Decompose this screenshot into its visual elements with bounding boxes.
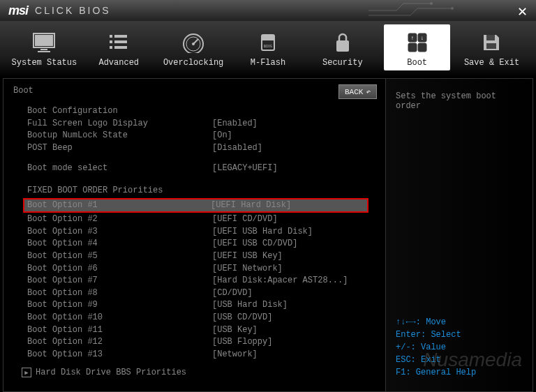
svg-rect-9 (114, 40, 127, 43)
main-nav: System Status Advanced Overclocking BIOS… (0, 21, 536, 77)
list-icon (86, 30, 152, 55)
row-boot-mode[interactable]: Boot mode select [LEGACY+UEFI] (13, 163, 375, 175)
gauge-icon (161, 30, 227, 55)
nav-security[interactable]: Security (309, 30, 375, 68)
setting-label: Boot Option #6 (27, 264, 212, 275)
hotkey-exit: ESC: Exit (396, 354, 523, 366)
setting-label: Boot Option #7 (27, 276, 212, 287)
chip-icon: BIOS (234, 30, 301, 55)
setting-label: Boot mode select (27, 163, 212, 174)
setting-label: Full Screen Logo Display (27, 119, 212, 130)
nav-overclocking[interactable]: Overclocking (161, 30, 227, 68)
nav-label: Save & Exit (459, 58, 525, 68)
save-icon (459, 30, 525, 55)
svg-rect-16 (262, 35, 274, 40)
setting-value: [UEFI USB Key] (212, 251, 283, 262)
hotkey-help: F1: General Help (396, 366, 523, 379)
svg-rect-3 (35, 35, 53, 46)
monitor-icon (11, 30, 77, 55)
hotkey-move: ↑↓←→: Move (396, 316, 523, 329)
setting-value: [On] (212, 130, 232, 142)
nav-label: Boot (384, 58, 450, 68)
row-boot-option-4[interactable]: Boot Option #4[UEFI USB CD/DVD] (13, 238, 375, 250)
setting-value: [UEFI Network] (212, 264, 283, 275)
setting-label: Boot Option #2 (27, 214, 212, 225)
svg-text:↑: ↑ (410, 35, 414, 41)
setting-value: [USB Key] (212, 325, 258, 336)
row-boot-option-2[interactable]: Boot Option #2[UEFI CD/DVD] (13, 213, 375, 226)
nav-save-exit[interactable]: Save & Exit (459, 30, 525, 68)
title-bar: msi CLICK BIOS ✕ (0, 0, 536, 21)
setting-value: [USB Floppy] (212, 337, 272, 348)
hotkey-value: +/-: Value (396, 341, 523, 354)
setting-value: [CD/DVD] (212, 288, 253, 299)
svg-point-1 (451, 7, 454, 10)
nav-mflash[interactable]: BIOS M-Flash (234, 30, 301, 68)
row-boot-option-12[interactable]: Boot Option #12[USB Floppy] (13, 336, 375, 349)
setting-label: Boot Option #5 (27, 251, 212, 262)
hotkey-select: Enter: Select (396, 329, 523, 341)
nav-label: Security (309, 58, 375, 68)
group-boot-config: Boot Configuration (13, 105, 375, 118)
nav-label: M-Flash (234, 58, 301, 68)
svg-rect-7 (114, 35, 127, 38)
row-full-screen-logo[interactable]: Full Screen Logo Display [Enabled] (13, 118, 375, 130)
setting-label: Bootup NumLock State (27, 130, 212, 142)
setting-value: [Hard Disk:Apacer AST28...] (212, 276, 348, 287)
svg-point-14 (192, 43, 195, 45)
row-numlock[interactable]: Bootup NumLock State [On] (13, 130, 375, 142)
side-panel: Sets the system boot order ↑↓←→: Move En… (386, 79, 533, 391)
nav-boot[interactable]: ↑↓ Boot (384, 24, 450, 70)
setting-label: Boot Option #9 (27, 300, 212, 311)
row-boot-option-5[interactable]: Boot Option #5[UEFI USB Key] (13, 250, 375, 263)
help-description: Sets the system boot order (396, 91, 523, 111)
svg-rect-21 (408, 43, 417, 52)
setting-label: Boot Option #8 (27, 288, 212, 299)
setting-label: Boot Option #4 (27, 239, 212, 250)
row-boot-option-1[interactable]: Boot Option #1[UEFI Hard Disk] (23, 198, 368, 213)
close-icon[interactable]: ✕ (517, 4, 528, 20)
nav-label: System Status (11, 58, 77, 68)
row-boot-option-10[interactable]: Boot Option #10[USB CD/DVD] (13, 312, 375, 324)
main-panel: BACK ↶ Boot Boot Configuration Full Scre… (3, 79, 386, 391)
nav-advanced[interactable]: Advanced (86, 30, 152, 68)
svg-rect-11 (114, 46, 127, 49)
boot-icon: ↑↓ (384, 30, 450, 55)
setting-value: [UEFI USB Hard Disk] (212, 227, 313, 238)
row-boot-option-9[interactable]: Boot Option #9[USB Hard Disk] (13, 299, 375, 312)
setting-value: [USB Hard Disk] (212, 300, 288, 311)
setting-label: POST Beep (27, 143, 212, 154)
setting-value: [UEFI CD/DVD] (212, 214, 278, 225)
setting-label: Boot Option #12 (27, 337, 212, 348)
row-boot-option-11[interactable]: Boot Option #11[USB Key] (13, 324, 375, 337)
setting-value: [Enabled] (212, 119, 258, 130)
bbs-label: Hard Disk Drive BBS Priorities (36, 368, 186, 377)
svg-rect-10 (110, 46, 112, 49)
svg-rect-26 (486, 35, 495, 40)
content-area: BACK ↶ Boot Boot Configuration Full Scre… (3, 78, 533, 392)
svg-rect-18 (336, 40, 349, 52)
svg-rect-4 (40, 49, 47, 50)
row-boot-option-13[interactable]: Boot Option #13[Network] (13, 349, 375, 361)
setting-value: [UEFI Hard Disk] (211, 200, 291, 211)
back-button[interactable]: BACK ↶ (338, 84, 377, 99)
svg-rect-6 (110, 35, 112, 38)
page-title: Boot (13, 86, 375, 96)
row-boot-option-7[interactable]: Boot Option #7[Hard Disk:Apacer AST28...… (13, 275, 375, 287)
row-boot-option-6[interactable]: Boot Option #6[UEFI Network] (13, 263, 375, 276)
setting-label: Boot Option #1 (27, 200, 211, 211)
svg-text:BIOS: BIOS (264, 44, 272, 48)
group-fixed-boot-order: FIXED BOOT ORDER Priorities (13, 185, 375, 197)
row-boot-option-3[interactable]: Boot Option #3[UEFI USB Hard Disk] (13, 226, 375, 239)
back-label: BACK (345, 88, 363, 96)
row-post-beep[interactable]: POST Beep [Disabled] (13, 142, 375, 155)
svg-rect-5 (38, 51, 50, 52)
row-boot-option-8[interactable]: Boot Option #8[CD/DVD] (13, 287, 375, 300)
row-bbs-priorities[interactable]: ▶ Hard Disk Drive BBS Priorities (13, 365, 375, 377)
setting-label: Boot Option #10 (27, 312, 212, 324)
nav-system-status[interactable]: System Status (11, 30, 77, 68)
setting-value: [UEFI USB CD/DVD] (212, 239, 297, 250)
svg-text:↓: ↓ (420, 35, 424, 41)
setting-label: Boot Option #11 (27, 325, 212, 336)
setting-value: [Network] (212, 349, 258, 361)
